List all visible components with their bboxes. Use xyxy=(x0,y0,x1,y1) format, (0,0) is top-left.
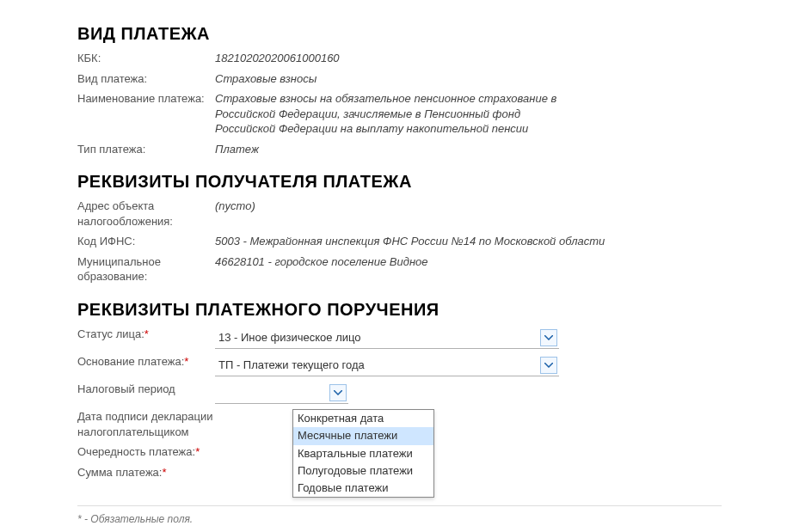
period-option[interactable]: Полугодовые платежи xyxy=(293,462,433,480)
kbk-label: КБК: xyxy=(77,51,215,66)
period-label: Налоговый период xyxy=(77,382,215,397)
ifns-label: Код ИФНС: xyxy=(77,234,215,249)
amount-label: Сумма платежа:* xyxy=(77,465,215,480)
basis-select-value: ТП - Платежи текущего года xyxy=(218,358,365,371)
section-title-recipient: РЕКВИЗИТЫ ПОЛУЧАТЕЛЯ ПЛАТЕЖА xyxy=(77,172,722,192)
period-select[interactable] xyxy=(215,382,348,404)
basis-label: Основание платежа:* xyxy=(77,354,215,370)
chevron-down-icon xyxy=(540,329,557,346)
section-payment-type: ВИД ПЛАТЕЖА КБК: 18210202020061000160 Ви… xyxy=(77,24,722,156)
kbk-value: 18210202020061000160 xyxy=(215,51,722,66)
period-option[interactable]: Месячные платежи xyxy=(293,427,433,444)
payment-type-label: Вид платежа: xyxy=(77,71,215,87)
mun-value: 46628101 - городское поселение Видное xyxy=(215,254,722,270)
required-footnote: * - Обязательные поля. xyxy=(77,505,722,525)
period-option[interactable]: Квартальные платежи xyxy=(293,445,433,462)
period-option[interactable]: Конкретная дата xyxy=(293,410,433,427)
basis-select[interactable]: ТП - Платежи текущего года xyxy=(215,354,559,376)
payment-name-value: Страховые взносы на обязательное пенсион… xyxy=(215,91,559,137)
tip-label: Тип платежа: xyxy=(77,142,215,157)
section-order: РЕКВИЗИТЫ ПЛАТЕЖНОГО ПОРУЧЕНИЯ Статус ли… xyxy=(77,300,722,480)
payment-type-value: Страховые взносы xyxy=(215,71,722,87)
period-dropdown[interactable]: Конкретная дата Месячные платежи Квартал… xyxy=(292,409,434,498)
payment-name-label: Наименование платежа: xyxy=(77,91,215,107)
status-label: Статус лица:* xyxy=(77,327,215,342)
addr-label: Адрес объекта налогообложения: xyxy=(77,199,215,229)
status-select[interactable]: 13 - Иное физическое лицо xyxy=(215,327,559,349)
addr-value: (пусто) xyxy=(215,199,722,214)
section-recipient: РЕКВИЗИТЫ ПОЛУЧАТЕЛЯ ПЛАТЕЖА Адрес объек… xyxy=(77,172,722,284)
priority-label: Очередность платежа:* xyxy=(77,444,215,460)
mun-label: Муниципальное образование: xyxy=(77,254,215,284)
period-option[interactable]: Годовые платежи xyxy=(293,480,433,497)
tip-value: Платеж xyxy=(215,142,722,157)
chevron-down-icon xyxy=(329,384,347,401)
chevron-down-icon xyxy=(540,357,557,374)
signdate-label: Дата подписи декларации налогоплательщик… xyxy=(77,409,215,439)
status-select-value: 13 - Иное физическое лицо xyxy=(218,331,361,344)
section-title-order: РЕКВИЗИТЫ ПЛАТЕЖНОГО ПОРУЧЕНИЯ xyxy=(77,300,722,320)
ifns-value: 5003 - Межрайонная инспекция ФНС России … xyxy=(215,234,722,249)
section-title-payment-type: ВИД ПЛАТЕЖА xyxy=(77,24,722,44)
